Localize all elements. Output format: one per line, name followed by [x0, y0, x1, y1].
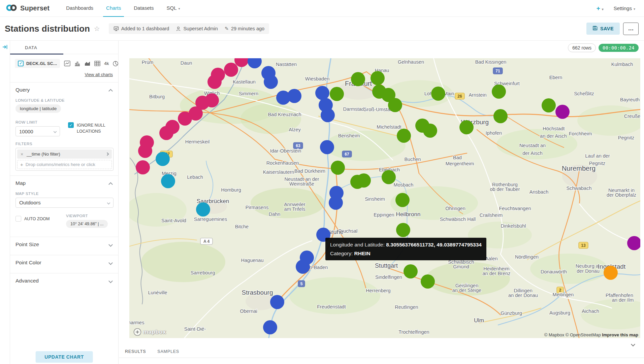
tab-data[interactable]: DATA: [25, 45, 37, 50]
map-data-point[interactable]: [264, 75, 278, 89]
viewport-value-pill[interactable]: 10° 24' 49.86" | ...: [66, 220, 108, 228]
mapbox-attribution-link[interactable]: © Mapbox: [544, 332, 564, 337]
query-section-header[interactable]: Query: [10, 82, 118, 96]
owner-badge[interactable]: Superset Admin: [176, 26, 218, 31]
map-data-point[interactable]: [395, 193, 410, 207]
map-data-point[interactable]: [431, 87, 445, 101]
lonlat-value-pill[interactable]: longitude | latitude: [15, 104, 61, 113]
infinity-logo-icon: [5, 4, 18, 13]
map-city-label: Lebach: [187, 174, 203, 180]
map-data-point[interactable]: [330, 87, 344, 101]
improve-map-link[interactable]: Improve this map: [602, 332, 638, 337]
map-data-point[interactable]: [316, 228, 330, 242]
map-data-point[interactable]: [156, 152, 170, 166]
collapse-results-icon[interactable]: [632, 341, 635, 347]
map-svg[interactable]: 60763677126132A 45PrümDaunNastättenGelnh…: [129, 58, 640, 338]
map-section-header[interactable]: Map: [10, 176, 118, 189]
checkbox-checked-icon[interactable]: ✓: [68, 122, 74, 128]
map-data-point[interactable]: [382, 170, 396, 184]
map-data-point[interactable]: [555, 105, 570, 119]
tab-samples[interactable]: SAMPLES: [157, 349, 179, 354]
advanced-header[interactable]: Advanced: [10, 273, 118, 287]
auto-zoom-checkbox-row[interactable]: AUTO ZOOM: [15, 216, 60, 222]
line-chart-icon[interactable]: [64, 61, 70, 66]
new-item-button[interactable]: +▾: [597, 5, 604, 12]
nav-item-sql[interactable]: SQL▾: [160, 0, 186, 17]
deckgl-map[interactable]: 60763677126132A 45PrümDaunNastättenGelnh…: [129, 58, 640, 338]
map-city-label: Obernai: [240, 308, 257, 314]
map-data-point[interactable]: [196, 202, 210, 217]
map-data-point[interactable]: [138, 144, 152, 158]
map-data-point[interactable]: [604, 266, 618, 280]
map-data-point[interactable]: [493, 109, 508, 123]
map-data-point[interactable]: [329, 196, 343, 210]
map-data-point[interactable]: [492, 85, 506, 99]
last-modified-badge[interactable]: ✎ 29 minutes ago: [225, 26, 264, 31]
map-city-label: an der Steige: [452, 288, 481, 293]
map-style-select[interactable]: Outdoors: [15, 198, 114, 208]
map-data-point[interactable]: [542, 98, 556, 112]
map-data-point[interactable]: [207, 75, 222, 89]
map-data-point[interactable]: [404, 264, 418, 278]
checkbox-unchecked-icon[interactable]: [15, 216, 21, 222]
filters-box: × __time (No filter) + Drop columns/metr…: [15, 148, 114, 171]
map-city-label: Nastätten: [276, 62, 297, 67]
superset-logo[interactable]: Superset: [5, 4, 50, 13]
map-data-point[interactable]: [321, 108, 335, 122]
map-data-point[interactable]: [351, 72, 365, 86]
remove-filter-icon[interactable]: ×: [17, 152, 27, 157]
favorite-star-icon[interactable]: ☆: [94, 25, 100, 33]
map-data-point[interactable]: [357, 173, 371, 188]
map-data-point[interactable]: [136, 160, 150, 174]
update-chart-button[interactable]: UPDATE CHART: [35, 351, 93, 363]
settings-menu[interactable]: Settings▾: [614, 5, 635, 11]
tab-results[interactable]: RESULTS: [125, 349, 146, 354]
point-color-header[interactable]: Point Color: [10, 255, 118, 268]
map-data-point[interactable]: [161, 174, 175, 188]
map-data-point[interactable]: [270, 295, 284, 309]
nav-item-datasets[interactable]: Datasets: [127, 0, 160, 17]
map-city-label: Pirmasens: [246, 205, 269, 210]
map-city-label: Günzburg: [501, 310, 522, 316]
map-data-point[interactable]: [263, 320, 277, 334]
map-data-point[interactable]: [331, 161, 345, 175]
save-button[interactable]: SAVE: [586, 23, 620, 35]
map-data-point[interactable]: [421, 274, 435, 289]
view-all-charts-link[interactable]: View all charts: [85, 72, 113, 77]
nav-item-charts[interactable]: Charts: [100, 0, 127, 17]
map-data-point[interactable]: [296, 260, 310, 274]
viz-4k-icon[interactable]: 4k: [104, 61, 109, 66]
map-city-label: Kastellaun: [233, 79, 256, 85]
map-city-label: Strasbourg: [242, 289, 273, 296]
point-size-header[interactable]: Point Size: [10, 237, 118, 250]
map-data-point[interactable]: [159, 126, 173, 140]
map-data-point[interactable]: [388, 98, 402, 112]
collapse-panel-icon[interactable]: [2, 44, 8, 51]
map-data-point[interactable]: [320, 140, 334, 154]
pie-chart-icon[interactable]: [112, 61, 119, 67]
area-chart-icon[interactable]: [84, 61, 91, 66]
row-limit-label: ROW LIMIT: [15, 120, 55, 124]
nav-item-dashboards[interactable]: Dashboards: [60, 0, 100, 17]
map-data-point[interactable]: [423, 124, 437, 138]
map-data-point[interactable]: [397, 129, 411, 143]
ignore-null-checkbox-row[interactable]: ✓ IGNORE NULL LOCATIONS: [68, 122, 112, 134]
map-data-point[interactable]: [315, 86, 329, 100]
more-options-button[interactable]: …: [623, 23, 639, 35]
add-filter-dropzone[interactable]: + Drop columns/metrics here or click: [17, 160, 112, 169]
viz-type-chip[interactable]: ✓ DECK.GL SC...: [15, 59, 60, 68]
table-icon[interactable]: [94, 61, 100, 66]
map-data-point[interactable]: [371, 71, 385, 85]
map-data-point[interactable]: [287, 89, 301, 103]
map-data-point[interactable]: [396, 223, 410, 237]
map-data-point[interactable]: [178, 111, 192, 126]
bar-chart-icon[interactable]: [74, 61, 80, 66]
filter-option-time[interactable]: × __time (No filter): [17, 150, 112, 159]
row-limit-select[interactable]: 10000: [15, 126, 60, 136]
map-city-label: Dinkelsbühl: [501, 223, 526, 229]
dashboard-count-badge[interactable]: Added to 1 dashboard: [114, 26, 169, 31]
osm-attribution-link[interactable]: © OpenStreetMap: [566, 332, 601, 337]
map-data-point[interactable]: [459, 120, 474, 134]
mapbox-logo[interactable]: mapbox: [133, 328, 166, 336]
map-data-point[interactable]: [224, 63, 238, 77]
